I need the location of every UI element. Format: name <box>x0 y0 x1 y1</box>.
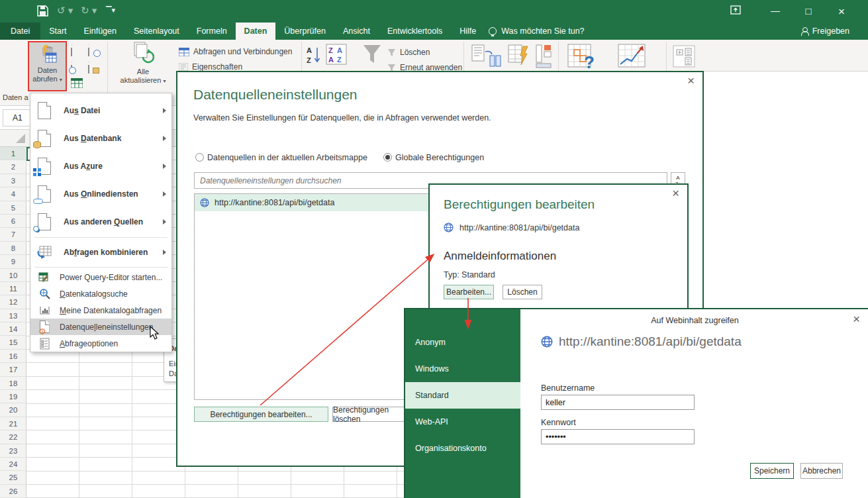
sort-az-icon[interactable]: AZ <box>306 45 322 68</box>
row-header[interactable]: 11 <box>0 282 26 295</box>
minimize-button[interactable]: — <box>765 5 785 16</box>
menu-item[interactable]: Aus anderen Quellen <box>30 208 171 236</box>
get-data-icon <box>38 44 58 64</box>
tell-me-box[interactable]: Was möchten Sie tun? <box>485 23 591 40</box>
tab-hilfe[interactable]: Hilfe <box>451 23 485 40</box>
menu-item-label: Meine Datenkatalogabfragen <box>60 306 162 315</box>
sort-dialog-icon[interactable]: ZAAZ <box>326 44 347 68</box>
row-header[interactable]: 10 <box>0 269 26 282</box>
existing-connections-icon[interactable] <box>71 78 83 91</box>
row-header[interactable]: 26 <box>0 485 26 498</box>
submenu-arrow-icon <box>163 136 166 141</box>
tab-ueberpruefen[interactable]: Überprüfen <box>275 23 334 40</box>
from-table-range-icon[interactable] <box>88 62 89 74</box>
row-header[interactable]: 15 <box>0 336 26 349</box>
row-header[interactable]: 7 <box>0 228 26 241</box>
save-button[interactable]: Speichern <box>750 463 794 479</box>
username-field[interactable] <box>541 395 695 410</box>
row-header[interactable]: 6 <box>0 215 26 228</box>
tab-einfuegen[interactable]: Einfügen <box>75 23 125 40</box>
menu-item[interactable]: Aus Datei <box>30 97 171 124</box>
delete-credentials-button[interactable]: Löschen <box>503 285 542 299</box>
menu-item[interactable]: Power Query-Editor starten... <box>30 269 171 285</box>
menu-item-label: Abfrageoptionen <box>60 339 118 348</box>
undo-icon[interactable]: ↺ ▾ <box>57 5 73 17</box>
row-header[interactable]: 12 <box>0 295 26 309</box>
flash-fill-icon[interactable] <box>507 44 530 72</box>
row-header[interactable]: 21 <box>0 417 26 430</box>
dialog-close-icon[interactable]: × <box>687 76 695 85</box>
edit-permissions-button[interactable]: Berechtigungen bearbeiten... <box>194 407 328 422</box>
row-header[interactable]: 9 <box>0 255 26 268</box>
tab-start[interactable]: Start <box>40 23 75 40</box>
recent-sources-icon[interactable] <box>88 44 89 56</box>
tab-formeln[interactable]: Formeln <box>188 23 236 40</box>
tab-entwicklertools[interactable]: Entwicklertools <box>379 23 451 40</box>
from-web-icon[interactable] <box>71 62 72 74</box>
remove-duplicates-icon[interactable] <box>534 44 554 72</box>
password-label: Kennwort <box>541 418 576 427</box>
row-header[interactable]: 5 <box>0 201 26 215</box>
select-all-corner[interactable] <box>16 134 25 143</box>
row-header[interactable]: 18 <box>0 377 26 390</box>
row-header[interactable]: 2 <box>0 160 26 174</box>
close-button[interactable]: × <box>832 5 851 19</box>
redo-icon[interactable]: ↻ ▾ <box>81 5 97 17</box>
tab-ansicht[interactable]: Ansicht <box>334 23 379 40</box>
clear-permissions-button[interactable]: Berechtigungen löschen <box>332 407 407 422</box>
row-header[interactable]: 4 <box>0 187 26 201</box>
save-icon[interactable] <box>37 5 48 19</box>
menu-item[interactable]: Abfragen kombinieren <box>30 239 171 266</box>
cancel-button[interactable]: Abbrechen <box>800 463 843 479</box>
row-header[interactable]: 20 <box>0 403 26 417</box>
queries-connections-button[interactable]: Abfragen und Verbindungen <box>179 47 292 56</box>
row-header[interactable]: 19 <box>0 390 26 403</box>
row-header[interactable]: 17 <box>0 363 26 376</box>
row-header[interactable]: 13 <box>0 309 26 323</box>
dialog-subtitle: Verwalten Sie Einstellungen für Datenque… <box>193 113 491 123</box>
tab-daten[interactable]: Daten <box>236 23 276 40</box>
dialog-close-icon[interactable]: × <box>672 189 679 198</box>
row-header[interactable]: 8 <box>0 242 26 255</box>
maximize-button[interactable]: □ <box>798 5 818 17</box>
row-header[interactable]: 3 <box>0 174 26 187</box>
menu-item[interactable]: Aus Azure <box>30 152 171 180</box>
svg-text:A: A <box>328 56 334 64</box>
radio-global-permissions[interactable] <box>383 153 392 162</box>
refresh-all-button[interactable]: Alle aktualisieren ▾ <box>113 41 173 85</box>
get-data-button[interactable]: Daten abrufen ▾ <box>28 41 67 91</box>
row-header[interactable]: 25 <box>0 471 26 484</box>
ribbon-display-options-icon[interactable] <box>726 5 746 17</box>
row-header[interactable]: 22 <box>0 430 26 444</box>
edit-credentials-button[interactable]: Bearbeiten... <box>444 285 494 299</box>
menu-item[interactable]: Aus Datenbank <box>30 124 171 152</box>
radio-current-workbook[interactable] <box>195 153 204 162</box>
what-if-analysis-icon[interactable]: ? <box>567 43 596 72</box>
password-field[interactable] <box>541 429 695 444</box>
row-header[interactable]: 24 <box>0 458 26 471</box>
menu-item[interactable]: Aus Onlinediensten <box>30 180 171 208</box>
group-label-get-transform: Daten a <box>3 93 29 101</box>
customize-toolbar-icon[interactable]: ▔▾ <box>106 6 115 15</box>
sidebar-item-standard[interactable]: Standard <box>405 382 520 409</box>
permissions-url: http://kantine:8081/api/bi/getdata <box>459 223 579 232</box>
menu-item[interactable]: Datenkatalogsuche <box>30 285 171 302</box>
sidebar-item-windows[interactable]: Windows <box>405 356 520 382</box>
sidebar-item-anonym[interactable]: Anonym <box>405 329 520 356</box>
row-header[interactable]: 16 <box>0 350 26 363</box>
forecast-sheet-icon[interactable] <box>617 43 646 72</box>
row-header[interactable]: 23 <box>0 444 26 458</box>
row-header[interactable]: 1 <box>0 147 26 160</box>
share-button[interactable]: Freigeben <box>801 26 849 36</box>
menu-item[interactable]: Meine Datenkatalogabfragen <box>30 302 171 319</box>
file-icon <box>36 102 53 119</box>
row-header[interactable]: 14 <box>0 323 26 336</box>
from-text-csv-icon[interactable] <box>71 44 72 56</box>
group-outline-icon[interactable] <box>673 45 695 70</box>
sidebar-item-web-api[interactable]: Web-API <box>405 409 520 435</box>
sidebar-item-organisationskonto[interactable]: Organisationskonto <box>405 435 520 462</box>
tab-datei[interactable]: Datei <box>0 23 40 40</box>
text-to-columns-icon[interactable] <box>471 44 502 72</box>
tab-seitenlayout[interactable]: Seitenlayout <box>125 23 188 40</box>
dialog-close-icon[interactable]: × <box>853 315 860 324</box>
